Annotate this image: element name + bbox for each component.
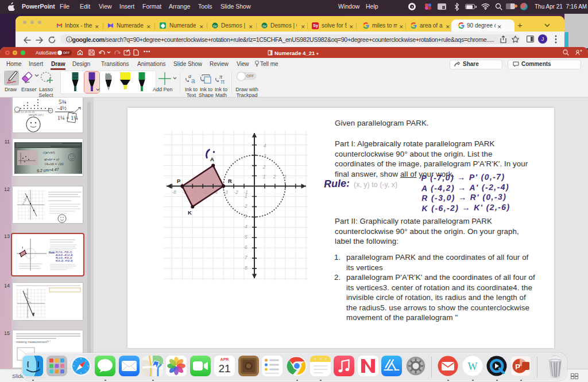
svg-text:2: 2 (273, 174, 276, 180)
svg-text:missing measurement? ”: missing measurement? ” (16, 340, 51, 344)
svg-text:APR: APR (220, 357, 229, 361)
svg-text:3: 3 (284, 174, 287, 180)
svg-text:-2: -2 (234, 189, 238, 195)
svg-text:A: A (210, 156, 214, 162)
svg-text:P: P (515, 362, 520, 371)
svg-text:1: 1 (263, 174, 266, 180)
svg-text:-3: -3 (242, 213, 247, 219)
svg-text:√4+16 = √20: √4+16 = √20 (44, 162, 64, 166)
svg-text:-2: -2 (243, 203, 247, 209)
svg-text:P: P (177, 178, 181, 184)
svg-text:-6: -6 (243, 244, 247, 250)
svg-text:21: 21 (218, 362, 230, 375)
svg-text:K: K (188, 209, 192, 216)
svg-text:a²+b² = c²: a²+b² = c² (44, 158, 59, 161)
svg-text:-8: -8 (243, 265, 247, 271)
svg-text:3: 3 (264, 153, 266, 159)
svg-text:W: W (468, 361, 478, 372)
svg-text:A(-4,2)→A′(-2,-4): A(-4,2)→A′(-2,-4) (55, 254, 73, 256)
svg-text:11 12 13 14 15 16: 11 12 13 14 15 16 (14, 111, 34, 114)
svg-text:4: 4 (264, 143, 266, 149)
svg-text:-1: -1 (243, 193, 247, 199)
svg-text:-4: -4 (243, 224, 247, 229)
svg-text:K(-6,-2)→K′(2,-6): K(-6,-2)→K′(2,-6) (56, 260, 73, 262)
svg-text:-5: -5 (243, 234, 247, 240)
svg-text:R: R (228, 178, 232, 184)
svg-text:√(a²+b²): √(a²+b²) (42, 151, 55, 154)
svg-text:-4½: -4½ (57, 105, 67, 111)
svg-text:-8: -8 (172, 189, 176, 195)
svg-text:Rule:: Rule: (49, 251, 56, 254)
svg-text:π: π (220, 78, 225, 84)
svg-text:5¾: 5¾ (59, 98, 67, 105)
svg-text:P(-7,0)→P′(0,-7): P(-7,0)→P′(0,-7) (56, 251, 72, 254)
svg-text:a: a (191, 77, 195, 84)
svg-text:R(-3,0)→R′(0,-3): R(-3,0)→R′(0,-3) (56, 257, 72, 259)
svg-text:-7: -7 (243, 255, 247, 260)
svg-text:2: 2 (262, 164, 266, 170)
